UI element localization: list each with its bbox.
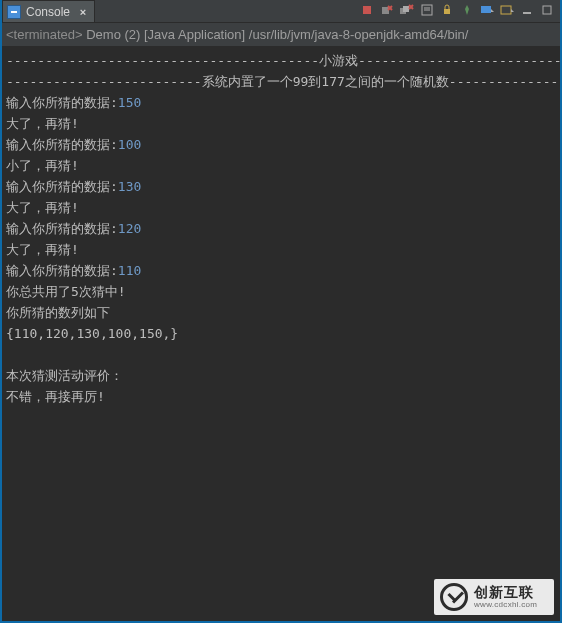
console-line: 输入你所猜的数据:150 — [6, 92, 556, 113]
console-output[interactable]: ----------------------------------------… — [2, 46, 560, 621]
open-console-icon[interactable] — [498, 2, 516, 18]
view-tab-bar: Console × — [2, 0, 560, 22]
console-line: 本次猜测活动评价： — [6, 365, 556, 386]
pin-icon[interactable] — [458, 2, 476, 18]
prompt-label: 输入你所猜的数据: — [6, 221, 118, 236]
console-toolbar — [358, 0, 556, 20]
watermark-text: 创新互联 www.cdcxhl.com — [474, 585, 537, 609]
prompt-label: 输入你所猜的数据: — [6, 179, 118, 194]
watermark: 创新互联 www.cdcxhl.com — [434, 579, 554, 615]
svg-rect-0 — [363, 6, 371, 14]
close-icon[interactable]: × — [78, 7, 88, 17]
svg-rect-1 — [382, 7, 389, 14]
console-line: 大了，再猜! — [6, 239, 556, 260]
watermark-logo-icon — [440, 583, 468, 611]
console-line — [6, 344, 556, 365]
watermark-en: www.cdcxhl.com — [474, 601, 537, 609]
launch-description: <terminated> Demo (2) [Java Application]… — [2, 22, 560, 46]
console-line: {110,120,130,100,150,} — [6, 323, 556, 344]
console-line: 不错，再接再厉! — [6, 386, 556, 407]
console-line: 大了，再猜! — [6, 197, 556, 218]
user-input-value: 130 — [118, 179, 141, 194]
console-icon — [7, 5, 21, 19]
svg-marker-14 — [491, 9, 494, 12]
console-line: 你总共用了5次猜中! — [6, 281, 556, 302]
prompt-label: 输入你所猜的数据: — [6, 95, 118, 110]
console-line: 输入你所猜的数据:100 — [6, 134, 556, 155]
terminate-icon[interactable] — [358, 2, 376, 18]
minimize-icon[interactable] — [518, 2, 536, 18]
clear-icon[interactable] — [418, 2, 436, 18]
maximize-icon[interactable] — [538, 2, 556, 18]
console-line: 大了，再猜! — [6, 113, 556, 134]
console-line: -------------------------系统内置了一个99到177之间… — [6, 71, 556, 92]
console-line: 输入你所猜的数据:120 — [6, 218, 556, 239]
console-view: Console × <terminated> Demo (2) [Java Ap… — [0, 0, 562, 623]
launch-name: Demo (2) [Java Application] — [86, 27, 249, 42]
prompt-label: 输入你所猜的数据: — [6, 263, 118, 278]
svg-rect-13 — [481, 6, 491, 13]
svg-marker-12 — [465, 5, 469, 15]
launch-status: <terminated> — [6, 27, 86, 42]
console-line: 小了，再猜! — [6, 155, 556, 176]
console-line: 你所猜的数列如下 — [6, 302, 556, 323]
user-input-value: 150 — [118, 95, 141, 110]
svg-rect-18 — [543, 6, 551, 14]
console-line: ----------------------------------------… — [6, 50, 556, 71]
remove-launch-icon[interactable] — [378, 2, 396, 18]
user-input-value: 120 — [118, 221, 141, 236]
console-line: 输入你所猜的数据:130 — [6, 176, 556, 197]
scroll-lock-icon[interactable] — [438, 2, 456, 18]
watermark-cn: 创新互联 — [474, 585, 537, 599]
svg-rect-15 — [501, 6, 511, 14]
console-tab[interactable]: Console × — [2, 0, 95, 22]
display-icon[interactable] — [478, 2, 496, 18]
user-input-value: 110 — [118, 263, 141, 278]
prompt-label: 输入你所猜的数据: — [6, 137, 118, 152]
svg-rect-17 — [523, 12, 531, 14]
svg-rect-5 — [403, 6, 409, 12]
remove-all-icon[interactable] — [398, 2, 416, 18]
svg-rect-11 — [444, 9, 450, 14]
launch-path: /usr/lib/jvm/java-8-openjdk-amd64/bin/ — [249, 27, 469, 42]
user-input-value: 100 — [118, 137, 141, 152]
tab-label: Console — [26, 5, 70, 19]
console-line: 输入你所猜的数据:110 — [6, 260, 556, 281]
